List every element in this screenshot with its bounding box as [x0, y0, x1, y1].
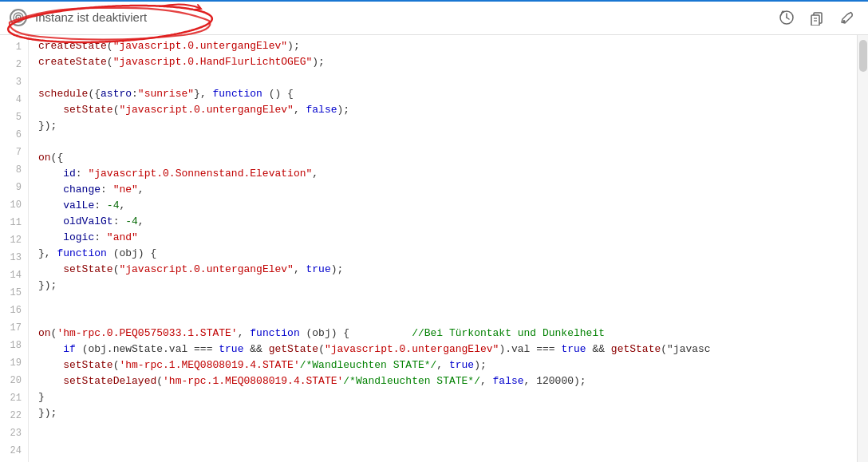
token-kw: true [561, 343, 586, 355]
token-obj-key: id [63, 168, 76, 180]
token-punct: : [132, 88, 138, 100]
token-comment: /*Wandleuchten STATE*/ [300, 359, 437, 371]
token-fn: on [38, 327, 51, 339]
top-bar: Instanz ist deaktiviert [0, 0, 868, 35]
token-kw: true [449, 359, 474, 371]
scrollbar-thumb[interactable] [859, 40, 867, 72]
token-str-dq: "javascript.0.untergangElev" [119, 104, 293, 116]
settings-button[interactable] [836, 6, 858, 29]
token-fn: createState [38, 40, 107, 52]
token-kw: if [63, 343, 76, 355]
token-punct: : [94, 231, 107, 243]
wrench-icon [839, 10, 855, 26]
token-punct: , [238, 327, 251, 339]
token-punct: }, [38, 247, 57, 259]
clipboard-icon [809, 10, 825, 26]
token-fn: setState [63, 359, 112, 371]
token-punct: (obj) { [300, 327, 349, 339]
token-punct: ( [107, 56, 113, 68]
token-fn: setState [63, 263, 112, 275]
line-number: 11 [0, 214, 28, 231]
token-str-dq: "and" [107, 231, 138, 243]
token-punct: && [586, 343, 611, 355]
code-line: if (obj.newState.val === true && getStat… [38, 342, 857, 357]
instance-icon [10, 9, 27, 26]
token-num: -4 [125, 215, 138, 227]
token-str-sq: 'hm-rpc.1.MEQ0808019.4.STATE' [119, 359, 299, 371]
line-number: 1 [0, 38, 28, 56]
copy-button[interactable] [806, 6, 828, 29]
token-comment: /*Wandleuchten STATE*/ [343, 375, 480, 387]
token-punct: ); [287, 40, 300, 52]
target-icon [13, 12, 24, 23]
token-punct: ); [474, 359, 487, 371]
token-plain [38, 343, 63, 355]
line-number: 22 [0, 407, 28, 424]
token-kw: function [212, 88, 262, 100]
line-number: 16 [0, 302, 28, 319]
token-plain [38, 231, 63, 243]
token-plain [38, 215, 63, 227]
svg-point-3 [18, 17, 19, 18]
token-obj-key: oldValGt [63, 215, 112, 227]
clock-icon [779, 10, 795, 26]
line-number: 21 [0, 389, 28, 407]
token-obj-key: astro [101, 88, 132, 100]
token-kw: function [250, 327, 299, 339]
token-obj-key: valLe [63, 199, 94, 211]
line-number: 20 [0, 372, 28, 389]
token-punct: ({ [88, 88, 101, 100]
svg-point-12 [843, 20, 846, 22]
token-punct: ({ [51, 152, 64, 164]
history-button[interactable] [775, 6, 798, 29]
token-fn: createState [38, 56, 107, 68]
code-editor: 123456789101112131415161718192021222324 … [0, 35, 868, 462]
token-punct: ); [312, 56, 325, 68]
line-number: 13 [0, 249, 28, 267]
token-plain [38, 168, 63, 180]
token-punct: : [101, 184, 113, 195]
token-kw: false [493, 375, 524, 387]
token-punct: ); [337, 104, 350, 116]
code-line [38, 294, 857, 310]
code-line [38, 310, 857, 326]
token-punct: } [38, 391, 45, 403]
mini-scrollbar[interactable] [857, 35, 868, 462]
code-line: logic: "and" [38, 230, 857, 246]
code-content[interactable]: createState("javascript.0.untergangElev"… [29, 35, 857, 462]
token-str-dq: "javascript.0.untergangElev" [119, 263, 293, 275]
token-plain [38, 375, 63, 387]
token-punct: , [294, 263, 306, 275]
token-punct: , [480, 375, 493, 387]
line-number: 8 [0, 161, 28, 179]
line-number: 9 [0, 179, 28, 196]
token-plain [38, 199, 63, 211]
token-punct: ( [156, 375, 163, 387]
line-number: 3 [0, 73, 28, 91]
token-str-dq: "javascript.0.HandFlurLichtOGEG" [113, 56, 313, 68]
token-punct: : [94, 199, 107, 211]
code-line: createState("javascript.0.untergangElev"… [38, 38, 857, 54]
token-fn: schedule [38, 88, 88, 100]
line-number: 24 [0, 442, 28, 460]
code-line: setState("javascript.0.untergangElev", t… [38, 262, 857, 278]
token-obj-key: change [63, 184, 101, 195]
line-number: 7 [0, 144, 28, 161]
token-punct: }); [38, 279, 57, 291]
code-line: valLe: -4, [38, 198, 857, 214]
token-punct: ); [331, 263, 344, 275]
token-plain [349, 327, 412, 339]
token-punct: , [119, 199, 125, 211]
token-fn: getState [269, 343, 318, 355]
svg-line-6 [787, 18, 789, 19]
token-punct: }); [38, 407, 57, 419]
token-punct: ( [318, 343, 325, 355]
line-number: 6 [0, 126, 28, 144]
token-punct: : [113, 215, 126, 227]
token-punct: , [138, 184, 144, 195]
token-punct: }, [194, 88, 212, 100]
token-punct: ( [107, 40, 113, 52]
line-number: 19 [0, 354, 28, 372]
token-plain [38, 104, 63, 116]
token-fn: getState [611, 343, 661, 355]
